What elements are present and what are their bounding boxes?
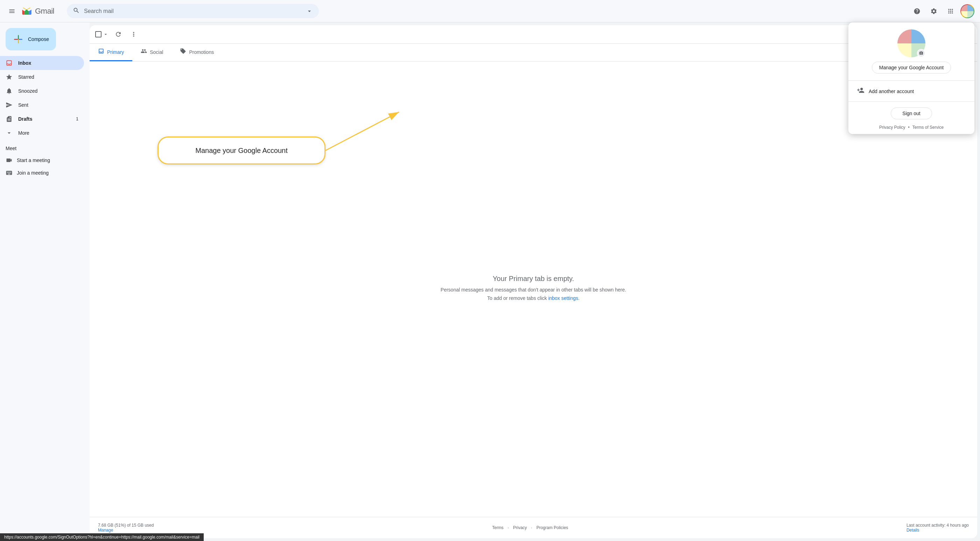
panel-footer-links: Privacy Policy • Terms of Service [879, 125, 943, 130]
add-another-account-action[interactable]: Add another account [848, 82, 974, 100]
tab-promotions-label: Promotions [189, 49, 214, 55]
primary-tab-icon [98, 48, 104, 56]
empty-desc2: To add or remove tabs click inbox settin… [487, 295, 580, 301]
sidebar-item-inbox[interactable]: Inbox [0, 56, 84, 70]
sidebar-item-label-inbox: Inbox [18, 60, 31, 66]
compose-label: Compose [28, 37, 49, 42]
search-bar [67, 4, 319, 18]
drafts-icon [6, 116, 13, 123]
settings-button[interactable] [927, 4, 941, 18]
avatar [961, 5, 974, 18]
sidebar-item-label-starred: Starred [18, 74, 34, 80]
gmail-logo: Gmail [20, 6, 54, 16]
inbox-settings-link[interactable]: inbox settings [548, 295, 578, 301]
star-icon [6, 73, 13, 81]
camera-icon [917, 49, 925, 57]
meet-section: Meet Start a meeting Join a meeting [0, 140, 90, 182]
promotions-tab-icon [180, 48, 186, 56]
panel-divider-2 [848, 102, 974, 102]
topbar: Gmail [0, 0, 980, 22]
footer-program-policies-link[interactable]: Program Policies [536, 525, 568, 530]
main-content: Primary Social Promotions [90, 25, 977, 538]
apps-button[interactable] [943, 4, 958, 18]
footer-terms-link[interactable]: Terms [492, 525, 504, 530]
join-meeting-item[interactable]: Join a meeting [6, 167, 84, 179]
account-panel: Manage your Google Account Add another a… [848, 22, 974, 134]
sidebar-item-label-drafts: Drafts [18, 116, 32, 122]
footer-activity: Last account activity: 4 hours ago Detai… [907, 523, 969, 533]
tab-primary[interactable]: Primary [90, 44, 132, 61]
signout-button[interactable]: Sign out [891, 107, 932, 119]
main-footer: 7.68 GB (51%) of 15 GB used Manage Terms… [90, 517, 977, 538]
gmail-logo-text: Gmail [35, 6, 54, 16]
start-meeting-label: Start a meeting [17, 158, 50, 163]
select-all-checkbox[interactable] [95, 31, 109, 38]
footer-storage: 7.68 GB (51%) of 15 GB used Manage [98, 523, 154, 533]
topbar-right [910, 4, 974, 18]
account-avatar-button[interactable] [960, 4, 974, 18]
tab-social-label: Social [150, 49, 163, 55]
help-button[interactable] [910, 4, 924, 18]
snooze-icon [6, 88, 13, 94]
search-icon [73, 7, 80, 15]
footer-manage-link[interactable]: Manage [98, 528, 113, 533]
compose-button[interactable]: Compose [6, 28, 56, 50]
hamburger-button[interactable] [6, 5, 18, 18]
sidebar-item-snoozed[interactable]: Snoozed [0, 84, 84, 98]
expand-icon [6, 129, 13, 137]
sidebar-item-sent[interactable]: Sent [0, 98, 84, 112]
start-meeting-item[interactable]: Start a meeting [6, 154, 84, 167]
empty-title: Your Primary tab is empty. [493, 275, 574, 283]
panel-terms-link[interactable]: Terms of Service [912, 125, 943, 130]
checkbox[interactable] [95, 31, 102, 37]
tab-primary-label: Primary [107, 49, 124, 55]
drafts-count: 1 [76, 116, 78, 121]
add-account-icon [857, 86, 864, 96]
compose-plus-icon [13, 33, 24, 45]
status-bar: https://accounts.google.com/SignOutOptio… [0, 533, 204, 541]
empty-desc2-prefix: To add or remove tabs click [487, 295, 548, 301]
add-another-account-label: Add another account [869, 89, 914, 94]
panel-privacy-link[interactable]: Privacy Policy [879, 125, 905, 130]
sidebar-item-more[interactable]: More [0, 126, 84, 140]
video-icon [6, 157, 13, 164]
send-icon [6, 102, 13, 108]
search-dropdown-button[interactable] [306, 8, 313, 15]
tab-promotions[interactable]: Promotions [172, 44, 222, 61]
storage-text: 7.68 GB (51%) of 15 GB used [98, 523, 154, 528]
email-toolbar [90, 25, 977, 44]
sidebar: Compose Inbox Starred [0, 22, 90, 541]
search-input[interactable] [84, 8, 302, 14]
tab-social[interactable]: Social [132, 44, 172, 61]
footer-details-link[interactable]: Details [907, 528, 920, 533]
footer-links: Terms · Privacy · Program Policies [492, 525, 568, 530]
inbox-icon [6, 59, 13, 67]
inbox-tabs: Primary Social Promotions [90, 44, 977, 62]
sidebar-item-drafts[interactable]: Drafts 1 [0, 112, 84, 126]
join-meeting-label: Join a meeting [17, 170, 49, 176]
app-body: Compose Inbox Starred [0, 22, 980, 541]
empty-state: Your Primary tab is empty. Personal mess… [90, 62, 977, 517]
keyboard-icon [6, 169, 13, 177]
meet-section-title: Meet [6, 146, 84, 151]
panel-avatar [897, 29, 925, 57]
refresh-button[interactable] [112, 28, 125, 41]
status-url: https://accounts.google.com/SignOutOptio… [4, 535, 199, 539]
sidebar-item-starred[interactable]: Starred [0, 70, 84, 84]
footer-privacy-link[interactable]: Privacy [513, 525, 527, 530]
panel-manage-google-account-button[interactable]: Manage your Google Account [872, 62, 951, 73]
social-tab-icon [141, 48, 147, 56]
checkbox-dropdown-button[interactable] [102, 31, 109, 38]
more-options-button[interactable] [127, 28, 140, 41]
activity-text: Last account activity: 4 hours ago [907, 523, 969, 528]
sidebar-item-label-sent: Sent [18, 102, 29, 108]
empty-desc1: Personal messages and messages that don'… [441, 287, 626, 293]
sidebar-item-label-more: More [18, 130, 29, 136]
empty-desc2-suffix: . [578, 295, 580, 301]
sidebar-item-label-snoozed: Snoozed [18, 88, 37, 94]
